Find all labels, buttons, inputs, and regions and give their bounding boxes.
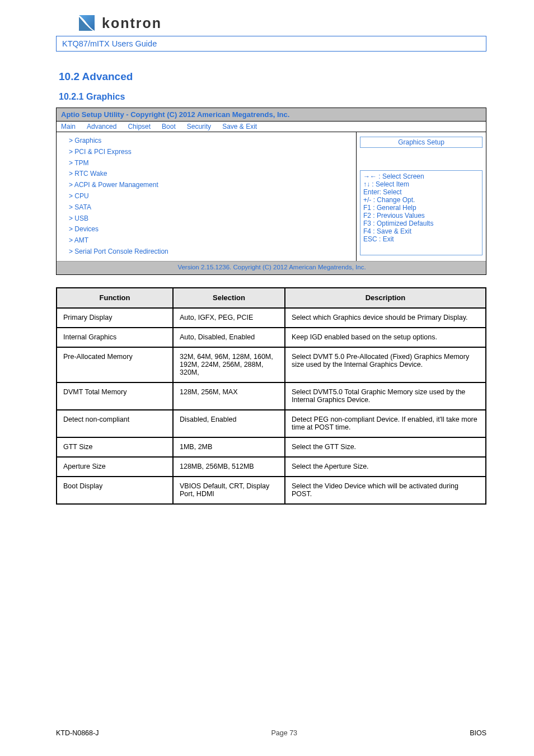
bios-tab-security[interactable]: Security [187,123,211,130]
table-row: GTT Size 1MB, 2MB Select the GTT Size. [57,437,486,457]
cell-function: Detect non-compliant [57,410,173,437]
col-function: Function [57,288,173,308]
bios-menubar: Main Advanced Chipset Boot Security Save… [57,122,486,132]
bios-tab-boot[interactable]: Boot [162,123,176,130]
doc-title: KTQ87/mITX Users Guide [62,39,157,48]
bios-item[interactable]: > AMT [69,235,352,246]
bios-screenshot: Aptio Setup Utility - Copyright (C) 2012… [56,108,486,275]
cell-function: Pre-Allocated Memory [57,347,173,382]
table-row: Aperture Size 128MB, 256MB, 512MB Select… [57,457,486,477]
cell-selection: Auto, Disabled, Enabled [173,328,285,347]
cell-description: Select the GTT Size. [285,437,486,457]
bios-item[interactable]: > CPU [69,191,352,202]
cell-selection: VBIOS Default, CRT, Display Port, HDMI [173,477,285,504]
cell-description: Select DVMT 5.0 Pre-Allocated (Fixed) Gr… [285,347,486,382]
cell-function: Aperture Size [57,457,173,477]
bios-help-row: ESC : Exit [363,235,479,243]
bios-tab-main[interactable]: Main [61,123,76,130]
cell-description: Keep IGD enabled based on the setup opti… [285,328,486,347]
cell-description: Select which Graphics device should be P… [285,308,486,328]
bios-footer-text: Version 2.15.1236. Copyright (C) 2012 Am… [62,263,481,272]
table-row: Boot Display VBIOS Default, CRT, Display… [57,477,486,504]
bios-help-row: Enter: Select [363,188,479,196]
bios-item[interactable]: > ACPI & Power Management [69,180,352,191]
bios-help-row: F4 : Save & Exit [363,227,479,235]
bios-help-heading: Graphics Setup [360,137,483,148]
bios-help-pane: Graphics Setup →← : Select Screen ↑↓ : S… [356,132,486,261]
section-heading: 10.2 Advanced [59,71,486,83]
bios-tab-advanced[interactable]: Advanced [87,123,116,130]
doc-title-bar: KTQ87/mITX Users Guide [56,36,486,52]
bios-help-row: ↑↓ : Select Item [363,180,479,188]
bios-item[interactable]: > PCI & PCI Express [69,147,352,158]
bios-item[interactable]: > USB [69,213,352,225]
brand-logo: kontron [77,13,486,32]
table-row: Internal Graphics Auto, Disabled, Enable… [57,328,486,347]
bios-help-row: F3 : Optimized Defaults [363,220,479,227]
bios-item[interactable]: > Graphics [69,137,101,144]
cell-function: DVMT Total Memory [57,382,173,410]
cell-selection: Auto, IGFX, PEG, PCIE [173,308,285,328]
bios-help-row: →← : Select Screen [363,172,479,180]
bios-item[interactable]: > RTC Wake [69,169,352,180]
bios-item[interactable]: > Serial Port Console Redirection [69,246,352,258]
options-table: Function Selection Description Primary D… [56,287,486,505]
bios-help-row: F1 : General Help [363,204,479,212]
cell-function: Boot Display [57,477,173,504]
bios-tab-chipset[interactable]: Chipset [128,123,151,130]
table-row: Detect non-compliant Disabled, Enabled D… [57,410,486,437]
table-row: Primary Display Auto, IGFX, PEG, PCIE Se… [57,308,486,328]
cell-description: Select DVMT5.0 Total Graphic Memory size… [285,382,486,410]
table-row: Pre-Allocated Memory 32M, 64M, 96M, 128M… [57,347,486,382]
bios-tab-saveexit[interactable]: Save & Exit [222,123,257,130]
bios-title-bar: Aptio Setup Utility - Copyright (C) 2012… [57,108,486,122]
table-header-row: Function Selection Description [57,288,486,308]
cell-selection: 128M, 256M, MAX [173,382,285,410]
bios-footer: Version 2.15.1236. Copyright (C) 2012 Am… [57,261,486,275]
bios-item[interactable]: > Devices [69,224,352,235]
cell-function: Internal Graphics [57,328,173,347]
cell-function: GTT Size [57,437,173,457]
footer-doc-id: KTD-N0868-J [56,729,99,737]
brand-mark-icon [77,13,96,32]
bios-help-row: +/- : Change Opt. [363,196,479,204]
table-row: DVMT Total Memory 128M, 256M, MAX Select… [57,382,486,410]
cell-description: Detect PEG non-compliant Device. If enab… [285,410,486,437]
footer-page-number: Page 73 [271,729,297,737]
cell-description: Select the Aperture Size. [285,457,486,477]
col-selection: Selection [173,288,285,308]
cell-selection: Disabled, Enabled [173,410,285,437]
cell-description: Select the Video Device which will be ac… [285,477,486,504]
subsection-heading: 10.2.1 Graphics [59,92,486,102]
cell-selection: 128MB, 256MB, 512MB [173,457,285,477]
page-footer: KTD-N0868-J Page 73 BIOS [56,729,486,737]
cell-function: Primary Display [57,308,173,328]
footer-section: BIOS [470,729,486,737]
bios-help-row: F2 : Previous Values [363,212,479,220]
col-description: Description [285,288,486,308]
bios-item[interactable]: > SATA [69,202,352,213]
brand-wordmark: kontron [102,15,162,31]
bios-item[interactable]: > TPM [69,158,352,169]
bios-item-list: > Graphics > PCI & PCI Express > TPM > R… [57,132,356,261]
cell-selection: 1MB, 2MB [173,437,285,457]
cell-selection: 32M, 64M, 96M, 128M, 160M, 192M, 224M, 2… [173,347,285,382]
